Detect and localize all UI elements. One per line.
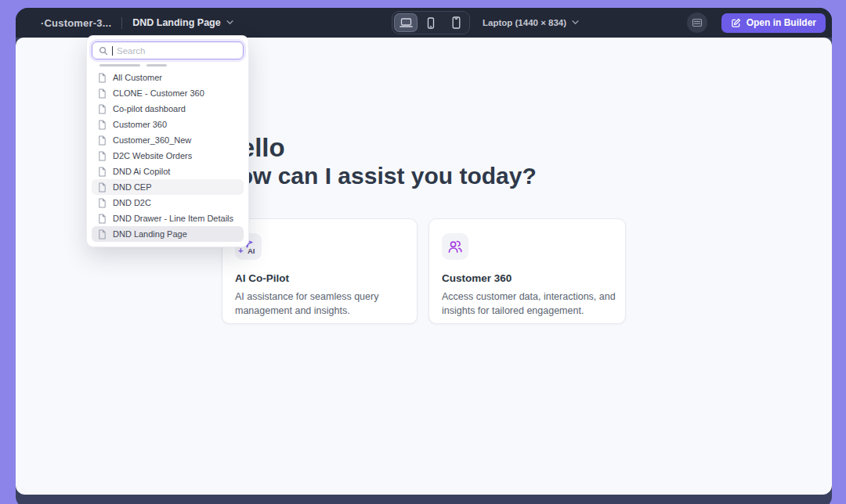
card-customer-360[interactable]: Customer 360 Access customer data, inter…: [428, 218, 626, 324]
device-button-phone[interactable]: [420, 14, 442, 31]
dropdown-item[interactable]: D2C Website Orders: [92, 148, 244, 164]
preview-window: ·Customer-3... DND Landing Page: [16, 8, 832, 504]
page-icon: [98, 135, 107, 146]
device-switcher: [392, 11, 470, 34]
page-selector-dropdown[interactable]: DND Landing Page: [132, 17, 233, 28]
device-button-tablet[interactable]: [445, 14, 467, 31]
search-input[interactable]: [117, 46, 237, 56]
page-icon: [98, 198, 107, 208]
greeting-heading: Hello How can I assist you today?: [222, 133, 537, 189]
dropdown-item-label: DND Drawer - Line Item Details: [113, 214, 233, 223]
toolbar: ·Customer-3... DND Landing Page: [16, 8, 832, 38]
toolbar-center: Laptop (1440 × 834): [392, 8, 579, 38]
dropdown-item-label: DND Landing Page: [113, 229, 187, 239]
page-icon: [98, 73, 107, 83]
dropdown-item[interactable]: DND Ai Copilot: [92, 164, 244, 179]
page-icon: [98, 167, 107, 177]
card-description: AI assistance for seamless query managem…: [235, 290, 401, 318]
text-caret: [112, 46, 113, 56]
card-ai-copilot[interactable]: + AI AI Co-Pilot AI assistance for seaml…: [222, 218, 418, 324]
device-frame-icon: [692, 18, 703, 27]
device-button-laptop[interactable]: [395, 14, 417, 31]
dropdown-item-label: DND CEP: [113, 182, 152, 192]
dropdown-item-label: CLONE - Customer 360: [113, 88, 204, 98]
edit-pencil-icon: [731, 18, 741, 28]
dropdown-item-label: DND Ai Copilot: [113, 167, 170, 176]
card-description: Access customer data, interactions, and …: [442, 290, 620, 318]
page-icon: [98, 229, 107, 239]
device-frame-button[interactable]: [687, 13, 707, 33]
dropdown-item-label: Co-pilot dashboard: [113, 104, 186, 113]
open-in-builder-button[interactable]: Open in Builder: [721, 13, 826, 33]
toolbar-left: ·Customer-3... DND Landing Page: [41, 17, 233, 29]
ai-icon-label: AI: [248, 247, 255, 255]
dropdown-item[interactable]: Customer_360_New: [92, 132, 244, 148]
greeting-line2: How can I assist you today?: [222, 162, 537, 189]
dropdown-item[interactable]: CLONE - Customer 360: [92, 85, 244, 101]
phone-icon: [426, 17, 436, 29]
viewport-size-label: Laptop (1440 × 834): [483, 18, 566, 27]
open-in-builder-label: Open in Builder: [747, 17, 816, 28]
page-icon: [98, 151, 107, 161]
pages-dropdown-panel: All Customer CLONE - Customer 360 Co-pil…: [86, 35, 249, 247]
dropdown-item-label: Customer 360: [113, 120, 167, 129]
greeting-line1: Hello: [222, 133, 537, 162]
viewport-size-dropdown[interactable]: Laptop (1440 × 834): [483, 18, 579, 27]
laptop-icon: [400, 17, 413, 28]
card-title: Customer 360: [442, 272, 613, 284]
card-title: AI Co-Pilot: [235, 272, 404, 284]
page-icon: [98, 88, 107, 99]
project-title: ·Customer-3...: [41, 17, 111, 29]
dropdown-item[interactable]: DND CEP: [92, 179, 244, 195]
chevron-down-icon: [572, 20, 579, 25]
dropdown-item-label: All Customer: [113, 73, 162, 82]
search-icon: [99, 46, 108, 56]
chevron-down-icon: [226, 20, 233, 25]
clipped-list-item: [99, 62, 242, 67]
page-selector-label: DND Landing Page: [132, 17, 221, 28]
dropdown-item-label: D2C Website Orders: [113, 151, 192, 160]
search-box: [92, 41, 244, 59]
dropdown-item-selected[interactable]: DND Landing Page: [92, 226, 244, 242]
page-icon: [98, 182, 107, 193]
page-icon: [98, 120, 107, 130]
pages-list: All Customer CLONE - Customer 360 Co-pil…: [92, 70, 244, 242]
tablet-icon: [451, 16, 461, 29]
dropdown-item[interactable]: DND D2C: [92, 195, 244, 211]
page-icon: [98, 104, 107, 114]
dropdown-item[interactable]: All Customer: [92, 70, 244, 85]
dropdown-item[interactable]: Co-pilot dashboard: [92, 101, 244, 117]
card-icon-tile: [442, 233, 468, 260]
dropdown-item-label: DND D2C: [113, 198, 151, 207]
users-icon: [446, 238, 464, 255]
dropdown-item[interactable]: Customer 360: [92, 117, 244, 132]
toolbar-divider: [121, 17, 122, 29]
dropdown-item-label: Customer_360_New: [113, 135, 191, 145]
toolbar-right: Open in Builder: [687, 13, 826, 33]
dropdown-item[interactable]: DND Drawer - Line Item Details: [92, 211, 244, 226]
preview-content: Hello How can I assist you today? + AI A…: [16, 38, 832, 495]
page-icon: [98, 214, 107, 224]
